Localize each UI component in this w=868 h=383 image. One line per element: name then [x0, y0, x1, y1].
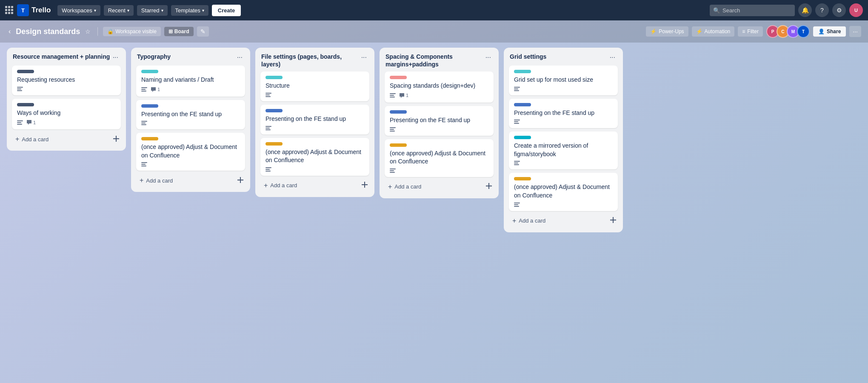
card-title: Ways of working [17, 109, 116, 117]
add-card-btn[interactable]: + Add a card [509, 214, 608, 227]
board-title: Design standards [16, 27, 80, 36]
board-avatar[interactable]: T [797, 25, 810, 38]
add-card-btn[interactable]: + Add a card [260, 179, 360, 192]
card-label [390, 76, 407, 79]
list-menu-btn[interactable]: ··· [484, 53, 493, 62]
card-title: Presenting on the FE stand up [141, 110, 240, 119]
starred-btn[interactable]: Starred ▾ [137, 5, 168, 16]
card-title: Presenting on the FE stand up [266, 115, 364, 123]
card-footer [17, 87, 116, 91]
card-title: Spacing standards (design+dev) [390, 82, 488, 90]
search-wrapper: 🔍 [710, 5, 795, 16]
card-footer: 1 [17, 120, 116, 125]
card[interactable]: Presenting on the FE stand up [136, 100, 245, 130]
card[interactable]: Presenting on the FE stand up [509, 99, 618, 129]
add-card-btn[interactable]: + Add a card [136, 174, 236, 187]
plus-icon: + [512, 217, 516, 225]
card[interactable]: Naming and variants / Draft 1 [136, 66, 245, 97]
settings-btn[interactable]: ⚙ [832, 3, 846, 17]
add-card-btn[interactable]: + Add a card [385, 180, 484, 193]
svg-rect-40 [486, 186, 492, 186]
lines-icon [266, 93, 271, 97]
list: Grid settings···Grid set up for most use… [504, 48, 623, 232]
create-card-btn[interactable] [484, 181, 494, 192]
chevron-down-icon: ▾ [94, 8, 96, 13]
card[interactable]: Spacing standards (design+dev) 1 [385, 71, 494, 103]
svg-rect-11 [141, 121, 147, 122]
trello-logo[interactable]: T Trello [17, 4, 51, 16]
info-btn[interactable]: ? [815, 3, 829, 17]
card[interactable]: Grid set up for most used size [509, 66, 618, 95]
list: Resource management + planning···Request… [7, 48, 126, 151]
svg-rect-43 [514, 90, 519, 91]
list-menu-btn[interactable]: ··· [111, 53, 120, 62]
svg-rect-2 [17, 90, 22, 91]
filter-icon: ≡ [742, 29, 745, 34]
card-footer: 1 [390, 93, 488, 98]
automation-btn[interactable]: ⚡ Automation [692, 26, 735, 37]
list-header: Resource management + planning··· [12, 53, 121, 62]
create-card-btn[interactable] [236, 175, 245, 186]
automation-icon: ⚡ [696, 29, 702, 34]
svg-rect-21 [266, 96, 271, 97]
share-btn[interactable]: 👤 Share [813, 26, 846, 37]
card[interactable]: Structure [260, 71, 369, 101]
svg-rect-26 [266, 169, 270, 170]
comment-icon: 1 [26, 120, 36, 125]
svg-rect-35 [390, 131, 395, 131]
create-card-btn[interactable] [360, 180, 369, 191]
list-menu-btn[interactable]: ··· [360, 53, 368, 62]
comment-icon: 1 [151, 87, 160, 92]
card-label [514, 70, 531, 73]
svg-rect-16 [141, 166, 146, 166]
card[interactable]: Create a mirrored version of figma/story… [509, 131, 618, 169]
notification-btn[interactable]: 🔔 [798, 3, 812, 17]
svg-rect-22 [266, 126, 271, 127]
card-label [141, 70, 158, 73]
create-card-btn[interactable] [608, 215, 618, 226]
lines-icon [17, 120, 23, 125]
workspaces-btn[interactable]: Workspaces ▾ [57, 5, 100, 16]
customize-btn[interactable]: ✎ [197, 26, 209, 37]
lines-icon [141, 162, 147, 166]
chevron-down-icon: ▾ [202, 8, 204, 13]
lines-icon [390, 127, 396, 131]
powerups-icon: ⚡ [650, 29, 657, 34]
list-menu-btn[interactable]: ··· [235, 53, 244, 62]
search-input[interactable] [710, 5, 795, 16]
power-ups-btn[interactable]: ⚡ Power-Ups [646, 26, 688, 37]
card[interactable]: Ways of working 1 [12, 99, 121, 130]
user-avatar[interactable]: U [849, 3, 863, 17]
add-card-row: + Add a card [509, 214, 618, 227]
back-btn[interactable]: ‹ [7, 26, 12, 37]
list-header: Grid settings··· [509, 53, 618, 62]
card-footer [390, 127, 488, 131]
more-btn[interactable]: ··· [849, 26, 861, 37]
svg-rect-34 [390, 129, 394, 130]
list-menu-btn[interactable]: ··· [608, 53, 617, 62]
create-card-btn[interactable] [111, 134, 121, 145]
svg-rect-33 [390, 127, 396, 128]
svg-rect-49 [514, 164, 519, 165]
recent-btn[interactable]: Recent ▾ [104, 5, 134, 16]
card[interactable]: Requesting resources [12, 66, 121, 95]
board-view-btn[interactable]: ⊞ Board [164, 27, 194, 36]
visibility-btn[interactable]: 🔒 Workspace visible [103, 27, 160, 36]
add-card-btn[interactable]: + Add a card [12, 133, 111, 146]
card[interactable]: (once approved) Adjust & Document on Con… [136, 133, 245, 171]
card[interactable]: Presenting on the FE stand up [260, 105, 369, 134]
grid-icon[interactable] [5, 6, 14, 14]
card[interactable]: (once approved) Adjust & Document on Con… [260, 138, 369, 176]
star-btn[interactable]: ☆ [83, 26, 92, 37]
create-btn[interactable]: Create [212, 5, 241, 16]
plus-icon: + [15, 135, 19, 143]
card-label [514, 103, 531, 106]
card[interactable]: (once approved) Adjust & Document on Con… [385, 139, 494, 177]
card[interactable]: (once approved) Adjust & Document on Con… [509, 173, 618, 211]
card[interactable]: Presenting on the FE stand up [385, 106, 494, 136]
filter-btn[interactable]: ≡ Filter [738, 26, 763, 37]
list-title: Grid settings [510, 53, 608, 60]
card-footer [141, 162, 240, 166]
templates-btn[interactable]: Templates ▾ [171, 5, 208, 16]
card-label [266, 109, 283, 112]
